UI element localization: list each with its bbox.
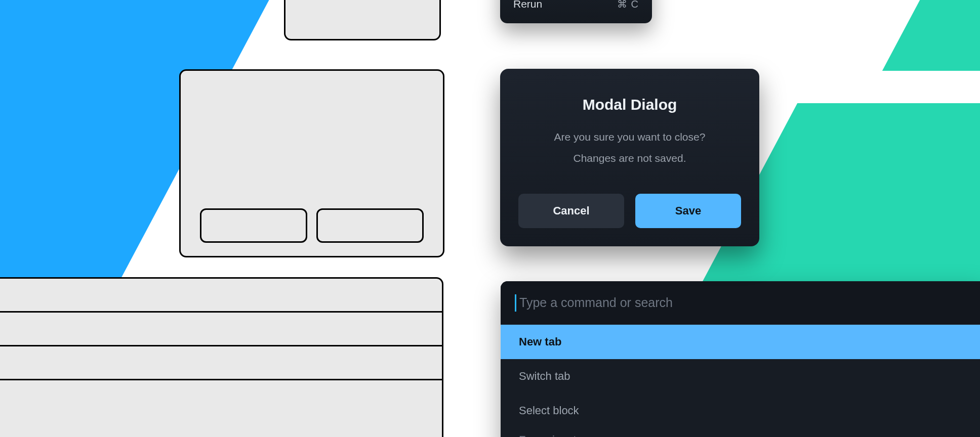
- modal-title: Modal Dialog: [518, 96, 741, 113]
- cancel-button[interactable]: Cancel: [518, 194, 624, 228]
- save-button[interactable]: Save: [635, 194, 741, 228]
- context-menu-item-label: Rerun: [513, 0, 542, 10]
- wireframe-cancel-button: [200, 208, 307, 243]
- command-palette-item-label: Focus input: [519, 433, 577, 437]
- command-palette-item-new-tab[interactable]: New tab: [501, 325, 980, 359]
- context-menu-item-rerun[interactable]: Rerun ⌘ C: [500, 0, 652, 16]
- command-palette-item-label: Switch tab: [519, 370, 570, 383]
- command-palette-item-focus-input[interactable]: Focus input: [501, 428, 980, 437]
- modal-text-line-1: Are you sure you want to close?: [518, 128, 741, 146]
- wireframe-palette-row: [0, 313, 442, 346]
- wireframe-palette-input-row: [0, 279, 442, 313]
- modal-dialog: Modal Dialog Are you sure you want to cl…: [500, 69, 759, 246]
- command-palette-item-select-block[interactable]: Select block: [501, 394, 980, 428]
- command-palette-placeholder: Type a command or search: [519, 295, 673, 310]
- context-menu: Rerun ⌘ C: [500, 0, 652, 23]
- wireframe-palette-row: [0, 346, 442, 380]
- context-menu-shortcut: ⌘ C: [617, 0, 639, 10]
- wireframe-modal: [179, 69, 444, 257]
- modal-text-line-2: Changes are not saved.: [518, 150, 741, 167]
- command-palette-input[interactable]: Type a command or search: [501, 281, 980, 325]
- cancel-button-label: Cancel: [553, 204, 589, 217]
- wireframe-command-palette: [0, 277, 443, 437]
- wireframe-save-button: [316, 208, 424, 243]
- save-button-label: Save: [675, 204, 701, 217]
- decorative-teal-shape-top: [882, 0, 980, 71]
- text-cursor-icon: [515, 294, 516, 312]
- command-palette: Type a command or search New tab Switch …: [501, 281, 980, 437]
- wireframe-small-card: [284, 0, 441, 40]
- command-palette-item-label: New tab: [519, 335, 561, 348]
- command-palette-item-label: Select block: [519, 404, 579, 417]
- command-palette-item-switch-tab[interactable]: Switch tab: [501, 359, 980, 394]
